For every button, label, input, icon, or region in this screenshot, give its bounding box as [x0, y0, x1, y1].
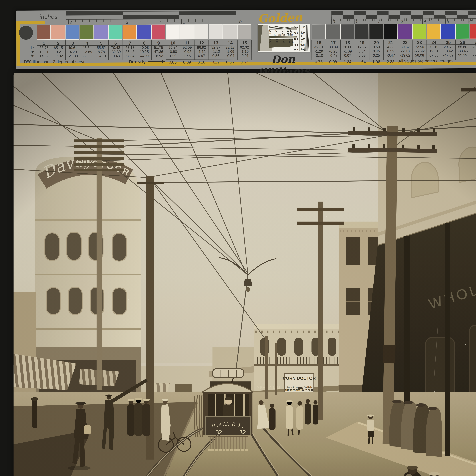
- dpi-scale-label: 600: [294, 32, 298, 35]
- color-patch-6: [108, 25, 122, 39]
- color-patch-27: [470, 24, 476, 39]
- color-patch-2: [51, 25, 65, 40]
- density-value: 0.36: [223, 60, 237, 64]
- dpi-scale-label: 300: [275, 30, 278, 34]
- density-value: 1.24: [340, 60, 355, 64]
- color-patch-19: [355, 24, 369, 39]
- density-value: 0.05: [166, 60, 180, 64]
- tick-label: 3: [69, 20, 72, 25]
- tick-mark: [422, 18, 423, 24]
- dpi-scale-label: 200: [301, 26, 305, 29]
- b-star-label: b*: [31, 54, 37, 58]
- registration-dot-left: [19, 26, 33, 40]
- dpi-scale-label: 700: [282, 39, 285, 43]
- tick-mark: [331, 19, 332, 24]
- dpi-scale-label: 850: [294, 48, 298, 51]
- patch-column-6: 670.42-32.39-0.48: [108, 40, 123, 60]
- density-value: 0.98: [326, 60, 340, 64]
- patch-column-1: 138.7613.8114.69: [37, 40, 51, 60]
- patch-column-13: 1382.37-1.120.56: [208, 40, 223, 60]
- tick-mark: [125, 19, 125, 24]
- resolution-target: 2003004005005505006007008008505006007008…: [258, 24, 310, 52]
- color-patch-row-left: [37, 24, 251, 40]
- patch-column-17: 1738.89-0.23-0.48: [326, 40, 340, 60]
- color-patch-13: [209, 24, 223, 39]
- tick-mark: [445, 18, 446, 23]
- illuminant-note: D50 Illuminant, 2 degree observer: [24, 59, 87, 64]
- tick-label: 0: [239, 20, 241, 24]
- patch-column-14: 1472.17-1.05-0.04: [223, 40, 237, 60]
- patch-column-20: 209.500.450.25: [369, 40, 383, 60]
- color-patch-22: [398, 24, 412, 39]
- l-star-label: L*: [31, 46, 37, 50]
- minor-ticks: [68, 19, 238, 22]
- tick-mark: [181, 19, 182, 24]
- tick-mark: [377, 18, 377, 24]
- density-value: 1.96: [369, 60, 383, 64]
- density-value: 0.52: [237, 60, 251, 64]
- dpi-scale-label: 800: [288, 39, 291, 43]
- tick-label: 4: [424, 19, 426, 24]
- color-patch-14: [223, 24, 237, 39]
- dpi-scale-label: 700: [294, 38, 298, 41]
- patch-column-26: 2655.60-38.4632.19: [455, 40, 470, 60]
- tick-label: 3: [401, 19, 403, 24]
- dpi-scale-label: 500: [269, 39, 272, 43]
- tick-label: 6: [469, 19, 472, 24]
- tick-mark: [400, 18, 400, 24]
- dpi-scale-label: dots per inch (optical): [300, 30, 303, 50]
- tick-label: 1: [355, 19, 358, 24]
- density-value: 2.38: [383, 59, 398, 64]
- patch-column-9: 951.7547.3616.93: [151, 40, 166, 60]
- color-patch-9: [151, 25, 165, 39]
- patch-column-5: 555.528.78-24.31: [94, 40, 108, 60]
- patch-column-18: 1828.60-1.090.07: [340, 40, 355, 60]
- lab-value-table-left: 138.7613.8114.69265.1519.2117.92349.61-4…: [37, 40, 252, 61]
- lab-value-table-right: 1649.61-1.29-0.101738.89-0.23-0.481828.6…: [311, 39, 476, 60]
- patch-column-2: 265.1519.2117.92: [51, 40, 65, 60]
- gold-frame-top-left: [17, 21, 45, 24]
- inches-label: inches: [39, 13, 58, 20]
- tick-mark: [68, 19, 69, 24]
- density-value: 0.16: [194, 60, 208, 64]
- photograph: Davey PHOTOGRAPH ARLINGTON HOTEL T.E.KRO…: [14, 73, 476, 476]
- patch-column-24: 2472.1019.5167.85: [426, 40, 441, 60]
- a-star-label: a*: [31, 50, 37, 54]
- patch-column-21: 214.330.32-0.47: [383, 40, 398, 60]
- density-arrow-icon: [148, 61, 162, 62]
- dpi-scale-label: 850: [291, 39, 294, 43]
- inch-checker-ruler: [66, 11, 236, 20]
- color-patch-8: [137, 25, 151, 39]
- tick-label: 5: [446, 19, 449, 24]
- dpi-scale-label: dots per inch (optical): [273, 34, 293, 36]
- patch-column-23: 2372.50-22.9256.08: [412, 40, 426, 60]
- color-patch-3: [65, 25, 79, 40]
- patch-column-22: 2230.3222.13-19.02: [398, 40, 412, 60]
- cm-tick-ruler: 01234567: [331, 18, 476, 25]
- color-patch-10: [166, 24, 180, 39]
- tick-mark: [468, 18, 468, 23]
- patch-column-3: 349.61-4.20-21.33: [65, 40, 80, 60]
- patch-column-27: 2743.4850.7429.13: [470, 40, 476, 60]
- lab-row-labels-left: L* a* b*: [31, 46, 37, 58]
- calibration-target: inches 3210 Golden Thread: [16, 9, 476, 69]
- color-patch-25: [441, 24, 455, 39]
- density-value: 0.09: [180, 60, 194, 64]
- patch-column-25: 2529.5113.42-47.69: [441, 40, 455, 60]
- batch-note: All values are batch averages: [398, 59, 453, 63]
- tick-label: 2: [126, 20, 128, 25]
- patch-column-15: 1562.32-1.10-0.01: [237, 40, 252, 60]
- color-patch-20: [369, 24, 383, 39]
- color-patch-11: [180, 24, 194, 39]
- color-patch-16: [312, 24, 326, 39]
- minor-ticks: [331, 18, 476, 21]
- density-value: 0.75: [311, 60, 326, 64]
- color-patch-23: [412, 24, 426, 39]
- color-patch-1: [37, 25, 51, 40]
- dpi-scale-label: 550: [290, 30, 293, 34]
- color-patch-21: [384, 24, 398, 39]
- color-patch-15: [237, 24, 251, 39]
- density-value: 0.22: [208, 60, 223, 64]
- color-patch-5: [94, 25, 108, 40]
- color-patch-4: [80, 25, 94, 40]
